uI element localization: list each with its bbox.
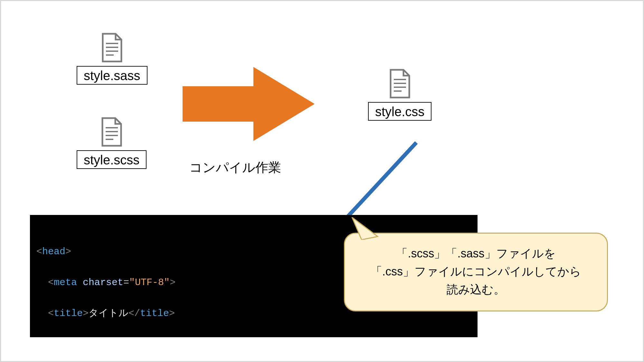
file-scss-label: style.scss: [77, 150, 147, 169]
code-tag-title-close: title: [140, 308, 169, 319]
svg-marker-8: [183, 67, 315, 141]
arrow-right-icon: [173, 64, 318, 144]
explanation-bubble: 「.scss」「.sass」ファイルを 「.css」ファイルにコンパイルしてから…: [344, 233, 608, 311]
file-css: style.css: [368, 69, 431, 121]
file-sass: style.sass: [77, 32, 147, 85]
code-title-text: タイトル: [89, 308, 128, 319]
bubble-line3: 読み込む。: [359, 281, 593, 299]
code-tag-head-open: head: [42, 246, 65, 257]
file-css-label: style.css: [368, 102, 431, 121]
document-icon: [387, 69, 412, 99]
code-tag-title-open: title: [54, 308, 83, 319]
document-icon: [99, 32, 125, 63]
bubble-line2: 「.css」ファイルにコンパイルしてから: [359, 263, 593, 281]
bubble-line1: 「.scss」「.sass」ファイルを: [359, 245, 593, 263]
file-sass-label: style.sass: [77, 66, 147, 85]
code-val-charset: "UTF-8": [129, 277, 170, 288]
code-attr-charset: charset: [83, 277, 123, 288]
code-tag-meta1: meta: [54, 277, 77, 288]
document-icon: [99, 117, 124, 147]
compile-label: コンパイル作業: [189, 159, 281, 176]
diagram-canvas: style.sass style.scss コンパイル作業 style.css: [0, 0, 644, 362]
file-scss: style.scss: [77, 117, 147, 169]
